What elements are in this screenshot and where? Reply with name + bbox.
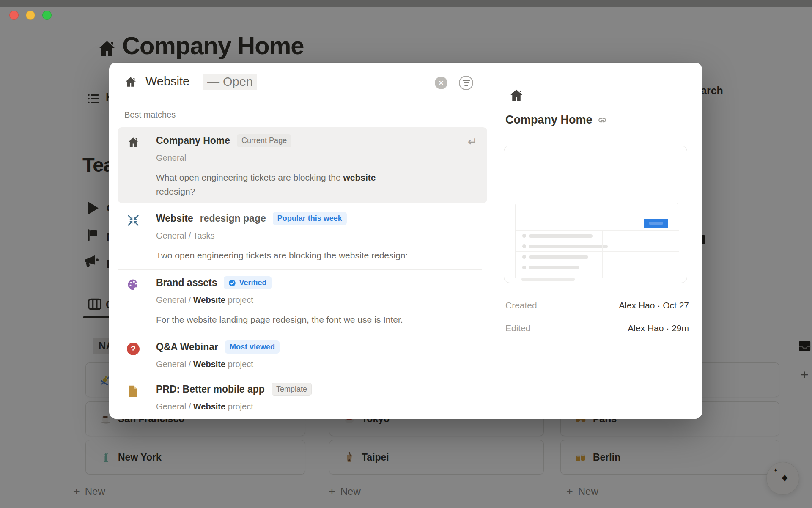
result-title-rest: redesign page <box>200 213 266 224</box>
result-title: Q&A Webinar <box>156 341 218 353</box>
search-modal: Website — Open × Best matches Company Ho… <box>109 63 702 419</box>
preview-mock-bar <box>521 278 575 281</box>
template-badge: Template <box>272 383 312 396</box>
preview-mock-table <box>515 203 678 278</box>
divider <box>118 269 482 270</box>
results-section-label: Best matches <box>124 110 176 120</box>
zoom-window-button[interactable] <box>42 11 52 20</box>
result-company-home[interactable]: Company Home Current Page ↵ General What… <box>118 127 487 203</box>
home-icon <box>124 76 137 88</box>
result-website-redesign-page[interactable]: Website redesign page Popular this week … <box>118 209 487 269</box>
result-path: General <box>156 153 186 163</box>
home-icon <box>127 136 140 149</box>
home-icon <box>509 88 524 103</box>
result-title: Company Home <box>156 135 230 146</box>
result-title: PRD: Better mobile app <box>156 384 265 395</box>
page-preview-thumbnail[interactable] <box>504 146 687 283</box>
page-preview-panel: Company Home Created Ale <box>491 63 702 419</box>
document-icon <box>127 385 139 398</box>
clear-search-button[interactable]: × <box>435 77 447 89</box>
edited-label: Edited <box>505 323 531 333</box>
result-brand-assets[interactable]: Brand assets Verified General / Website … <box>118 273 487 334</box>
result-path: General / Website project <box>156 295 253 305</box>
edited-meta-row: Edited Alex Hao · 29m <box>505 323 689 334</box>
result-prd-better-mobile-app[interactable]: PRD: Better mobile app Template General … <box>118 379 487 419</box>
search-input[interactable]: Website — Open × <box>109 63 491 102</box>
collapse-arrows-icon <box>127 214 140 227</box>
minimize-window-button[interactable] <box>26 11 35 20</box>
current-page-badge: Current Page <box>237 134 291 147</box>
search-autocomplete-suggestion[interactable]: — Open <box>203 74 257 90</box>
palette-icon <box>127 278 140 291</box>
enter-key-icon: ↵ <box>467 135 477 148</box>
divider <box>118 376 482 376</box>
result-path: General / Website project <box>156 402 253 412</box>
copy-link-icon[interactable] <box>598 115 607 125</box>
close-window-button[interactable] <box>9 11 19 20</box>
search-query-text[interactable]: Website <box>145 74 189 88</box>
question-mark-icon: ? <box>127 343 140 355</box>
preview-page-title: Company Home <box>505 113 593 126</box>
result-qa-webinar[interactable]: ? Q&A Webinar Most viewed General / Webs… <box>118 337 487 376</box>
result-snippet: Two open engineering tickets are blockin… <box>156 248 408 262</box>
created-meta-row: Created Alex Hao · Oct 27 <box>505 300 689 311</box>
search-results-panel: Website — Open × Best matches Company Ho… <box>109 63 491 419</box>
result-snippet: What open engineering tickets are blocki… <box>156 170 387 198</box>
created-label: Created <box>505 300 537 310</box>
result-path: General / Tasks <box>156 231 215 241</box>
divider <box>118 334 482 334</box>
popular-badge: Popular this week <box>273 212 347 225</box>
result-title: Brand assets <box>156 277 217 288</box>
result-title: Website <box>156 213 193 224</box>
verified-badge: Verified <box>224 276 271 289</box>
verified-seal-icon <box>228 279 236 287</box>
preview-mock-button <box>644 219 668 228</box>
created-value: Alex Hao · Oct 27 <box>619 300 689 310</box>
most-viewed-badge: Most viewed <box>225 340 280 354</box>
result-path: General / Website project <box>156 360 253 369</box>
edited-value: Alex Hao · 29m <box>628 323 689 333</box>
filter-button[interactable] <box>459 76 473 90</box>
result-snippet: For the website landing page redesign, t… <box>156 313 403 327</box>
